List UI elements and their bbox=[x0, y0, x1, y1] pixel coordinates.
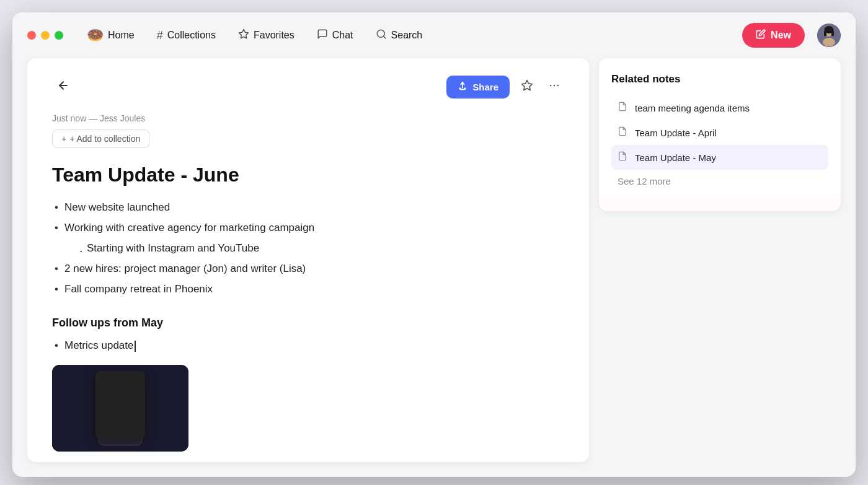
note-title[interactable]: Team Update - June bbox=[52, 163, 564, 186]
list-item: Metrics update bbox=[52, 337, 564, 355]
related-item-label-1: Team Update - April bbox=[635, 128, 717, 138]
note-panel: Share Just now — Jess Jo bbox=[27, 58, 589, 462]
svg-rect-21 bbox=[105, 405, 126, 408]
favorite-button[interactable] bbox=[517, 76, 537, 98]
document-icon-1 bbox=[618, 126, 627, 139]
note-body: New website launched Working with creati… bbox=[52, 199, 564, 452]
svg-point-14 bbox=[550, 85, 552, 87]
traffic-lights bbox=[27, 31, 63, 40]
svg-point-11 bbox=[464, 88, 466, 90]
svg-rect-17 bbox=[52, 365, 188, 452]
list-item: Starting with Instagram and YouTube bbox=[74, 240, 564, 258]
chat-icon bbox=[317, 28, 328, 42]
svg-rect-18 bbox=[99, 374, 142, 445]
close-button[interactable] bbox=[27, 31, 36, 40]
nav-collections[interactable]: # Collections bbox=[148, 24, 224, 47]
nav-home[interactable]: 🍩 Home bbox=[78, 22, 143, 48]
svg-point-5 bbox=[823, 38, 835, 46]
svg-marker-0 bbox=[239, 29, 248, 38]
share-label: Share bbox=[472, 82, 498, 92]
section-title: Follow ups from May bbox=[52, 313, 564, 333]
note-meta: Just now — Jess Joules bbox=[52, 113, 564, 123]
new-button[interactable]: New bbox=[742, 23, 805, 48]
nav-favorites[interactable]: Favorites bbox=[229, 24, 303, 48]
related-item-2[interactable]: Team Update - May bbox=[611, 145, 828, 170]
sub-bullet-list: Starting with Instagram and YouTube bbox=[52, 240, 564, 258]
search-icon bbox=[376, 28, 387, 42]
add-to-collection-button[interactable]: + + Add to collection bbox=[52, 129, 149, 148]
related-item-0[interactable]: team meeting agenda items bbox=[611, 95, 828, 120]
svg-marker-13 bbox=[522, 81, 533, 90]
list-item: New website launched bbox=[52, 199, 564, 217]
home-logo-icon: 🍩 bbox=[87, 27, 104, 43]
star-icon bbox=[238, 28, 249, 43]
svg-point-12 bbox=[462, 82, 464, 84]
svg-rect-20 bbox=[105, 399, 136, 401]
maximize-button[interactable] bbox=[55, 31, 63, 40]
nav-favorites-label: Favorites bbox=[254, 30, 294, 41]
collections-icon: # bbox=[157, 29, 163, 42]
svg-rect-23 bbox=[103, 438, 138, 440]
document-icon-2 bbox=[618, 151, 627, 164]
nav-search[interactable]: Search bbox=[367, 24, 432, 47]
see-more-button[interactable]: See 12 more bbox=[611, 170, 828, 193]
nav-search-label: Search bbox=[391, 30, 423, 41]
related-panel: Related notes team meeting agenda items bbox=[599, 58, 841, 462]
svg-point-16 bbox=[557, 85, 559, 87]
svg-rect-19 bbox=[102, 380, 139, 436]
note-toolbar-right: Share bbox=[446, 76, 564, 98]
svg-rect-8 bbox=[831, 31, 834, 36]
related-notes-title: Related notes bbox=[611, 73, 828, 85]
related-card: Related notes team meeting agenda items bbox=[599, 58, 841, 211]
related-fade bbox=[599, 193, 841, 211]
back-button[interactable] bbox=[52, 77, 74, 97]
related-item-label-0: team meeting agenda items bbox=[635, 103, 750, 113]
svg-rect-7 bbox=[824, 31, 826, 36]
note-timestamp: Just now — Jess Joules bbox=[52, 113, 145, 123]
new-edit-icon bbox=[756, 29, 766, 42]
note-image bbox=[52, 365, 188, 452]
followup-bullet-list: Metrics update bbox=[52, 337, 564, 355]
add-collection-label: + Add to collection bbox=[69, 134, 140, 144]
text-cursor bbox=[135, 341, 136, 352]
navbar: 🍩 Home # Collections Favorites bbox=[78, 22, 841, 48]
app-window: 🍩 Home # Collections Favorites bbox=[12, 12, 856, 477]
svg-rect-22 bbox=[105, 411, 133, 414]
list-item: Fall company retreat in Phoenix bbox=[52, 281, 564, 299]
svg-point-10 bbox=[459, 88, 461, 90]
more-options-button[interactable] bbox=[544, 76, 564, 98]
nav-chat[interactable]: Chat bbox=[308, 24, 362, 47]
svg-point-15 bbox=[554, 85, 556, 87]
new-button-label: New bbox=[771, 30, 791, 41]
list-item: Working with creative agency for marketi… bbox=[52, 219, 564, 237]
plus-icon: + bbox=[61, 134, 66, 144]
note-toolbar: Share bbox=[52, 76, 564, 98]
main-bullet-list: New website launched Working with creati… bbox=[52, 199, 564, 298]
document-icon-0 bbox=[618, 102, 627, 114]
nav-home-label: Home bbox=[108, 30, 135, 41]
user-avatar[interactable] bbox=[817, 24, 841, 47]
related-item-1[interactable]: Team Update - April bbox=[611, 120, 828, 145]
svg-line-2 bbox=[383, 36, 385, 38]
nav-collections-label: Collections bbox=[167, 30, 216, 41]
share-icon bbox=[458, 81, 467, 93]
share-button[interactable]: Share bbox=[446, 76, 510, 98]
related-item-label-2: Team Update - May bbox=[635, 152, 716, 163]
titlebar: 🍩 Home # Collections Favorites bbox=[12, 12, 856, 48]
minimize-button[interactable] bbox=[41, 31, 50, 40]
nav-chat-label: Chat bbox=[332, 30, 353, 41]
main-content: Share Just now — Jess Jo bbox=[12, 48, 856, 477]
list-item: 2 new hires: project manager (Jon) and w… bbox=[52, 260, 564, 278]
